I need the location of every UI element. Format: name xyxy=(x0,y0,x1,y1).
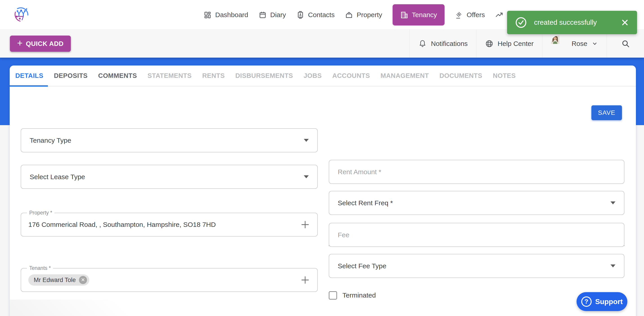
app-logo[interactable] xyxy=(13,6,29,23)
plus-icon: + xyxy=(17,39,23,48)
property-field[interactable]: Property * 176 Commerical Road, , Southa… xyxy=(21,213,318,236)
nav-label: Tenancy xyxy=(412,11,437,19)
tenancy-type-select[interactable]: Tenancy Type xyxy=(21,128,318,152)
nav-label: Dashboard xyxy=(215,11,248,19)
calendar-icon xyxy=(258,11,267,19)
tenants-label: Tenants * xyxy=(27,265,53,271)
gavel-icon xyxy=(455,11,463,19)
notifications-label: Notifications xyxy=(431,40,468,48)
user-name: Rose xyxy=(572,40,587,48)
help-center-label: Help Center xyxy=(498,40,534,48)
tab-rents: RENTS xyxy=(202,72,225,80)
property-value: 176 Commerical Road, , Southampton, Hamp… xyxy=(28,221,300,228)
fee-field xyxy=(329,223,624,247)
lease-type-value: Select Lease Type xyxy=(30,173,304,181)
tab-details[interactable]: DETAILS xyxy=(15,72,44,80)
nav-item-offers[interactable]: Offers xyxy=(455,11,485,19)
tab-documents: DOCUMENTS xyxy=(440,72,482,80)
nav-item-diary[interactable]: Diary xyxy=(258,11,286,19)
add-property-icon[interactable] xyxy=(300,220,310,230)
save-button[interactable]: SAVE xyxy=(592,105,622,120)
terminated-checkbox[interactable] xyxy=(329,291,337,299)
caret-down-icon xyxy=(304,175,309,178)
tab-jobs: JOBS xyxy=(304,72,322,80)
check-circle-icon xyxy=(515,16,527,29)
contact-card-icon xyxy=(296,11,304,19)
tenants-chip-area: Mr Edward Tole ✕ xyxy=(28,274,300,286)
add-tenant-icon[interactable] xyxy=(300,275,310,285)
support-label: Support xyxy=(595,297,623,306)
nav-label: Offers xyxy=(466,11,485,19)
bell-icon xyxy=(418,39,427,48)
globe-icon xyxy=(485,39,494,48)
tenant-chip-label: Mr Edward Tole xyxy=(34,277,76,283)
trending-up-icon xyxy=(495,11,503,19)
tab-notes: NOTES xyxy=(493,72,516,80)
tab-disbursements: DISBURSEMENTS xyxy=(235,72,293,80)
tenancy-tab-bar: DETAILS DEPOSITS COMMENTS STATEMENTS REN… xyxy=(10,66,636,86)
rent-amount-input[interactable] xyxy=(338,168,616,176)
nav-item-contacts[interactable]: Contacts xyxy=(296,11,334,19)
rent-freq-select[interactable]: Select Rent Freq * xyxy=(329,191,624,215)
tenant-chip[interactable]: Mr Edward Tole ✕ xyxy=(28,274,89,286)
nav-item-tenancy[interactable]: Tenancy xyxy=(392,4,445,26)
quick-add-button[interactable]: + QUICK ADD xyxy=(10,36,71,52)
tab-comments[interactable]: COMMENTS xyxy=(98,72,137,80)
nav-item-property[interactable]: Property xyxy=(345,11,382,19)
success-toast: created successfully xyxy=(507,11,637,34)
dashboard-icon xyxy=(204,11,212,19)
card-bottom-shadow xyxy=(10,299,190,316)
tenancy-details-card: DETAILS DEPOSITS COMMENTS STATEMENTS REN… xyxy=(10,66,636,316)
tenants-field[interactable]: Tenants * Mr Edward Tole ✕ xyxy=(21,268,318,292)
caret-down-icon xyxy=(610,201,616,204)
caret-down-icon xyxy=(610,264,616,267)
terminated-label: Terminated xyxy=(342,291,376,299)
nav-label: Contacts xyxy=(308,11,334,19)
nav-item-dashboard[interactable]: Dashboard xyxy=(204,11,248,19)
tab-deposits[interactable]: DEPOSITS xyxy=(54,72,88,80)
main-nav-menu: Dashboard Diary Contacts Property xyxy=(204,0,531,30)
terminated-checkbox-row[interactable]: Terminated xyxy=(329,290,376,300)
fee-type-select[interactable]: Select Fee Type xyxy=(329,254,624,278)
chevron-down-icon xyxy=(592,40,598,47)
toast-message: created successfully xyxy=(534,19,620,27)
rent-amount-field xyxy=(329,160,624,184)
support-button[interactable]: ? Support xyxy=(576,292,627,311)
tab-management: MANAGEMENT xyxy=(380,72,429,80)
chip-remove-icon[interactable]: ✕ xyxy=(79,276,87,284)
nav-label: Property xyxy=(357,11,382,19)
home-icon xyxy=(345,11,353,19)
avatar xyxy=(551,35,568,52)
caret-down-icon xyxy=(304,139,309,142)
fee-type-value: Select Fee Type xyxy=(338,262,610,270)
lease-type-select[interactable]: Select Lease Type xyxy=(21,165,318,189)
nav-label: Diary xyxy=(270,11,286,19)
quick-add-label: QUICK ADD xyxy=(26,40,64,48)
tenancy-type-value: Tenancy Type xyxy=(30,137,304,144)
building-icon xyxy=(400,11,408,19)
active-tab-underline xyxy=(10,85,48,87)
property-label: Property * xyxy=(27,210,54,216)
tab-statements: STATEMENTS xyxy=(148,72,192,80)
tab-accounts: ACCOUNTS xyxy=(332,72,370,80)
notifications-button[interactable]: Notifications xyxy=(410,30,476,58)
search-icon xyxy=(621,39,630,48)
rent-freq-value: Select Rent Freq * xyxy=(338,199,610,207)
toast-close-icon[interactable] xyxy=(620,18,630,27)
fee-input[interactable] xyxy=(338,231,616,239)
question-mark-icon: ? xyxy=(581,296,592,307)
